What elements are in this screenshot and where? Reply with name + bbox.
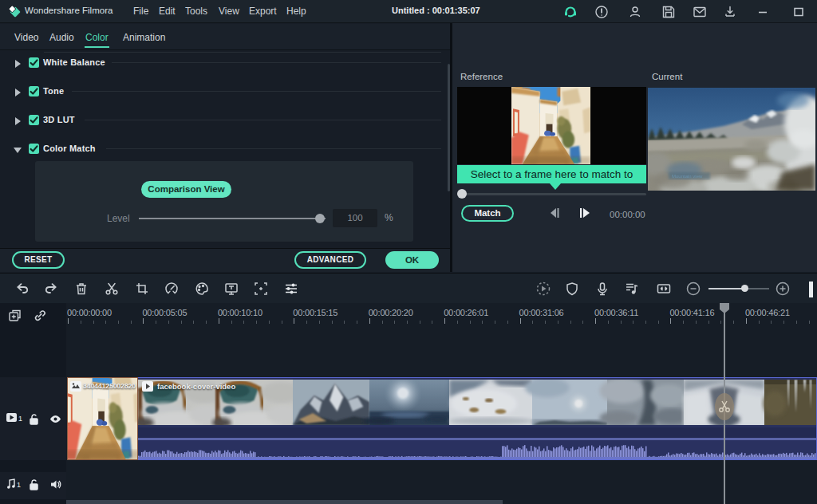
svg-text:Mountain view: Mountain view [672,174,703,179]
svg-text:1: 1 [18,415,22,423]
svg-text:1: 1 [17,481,21,489]
